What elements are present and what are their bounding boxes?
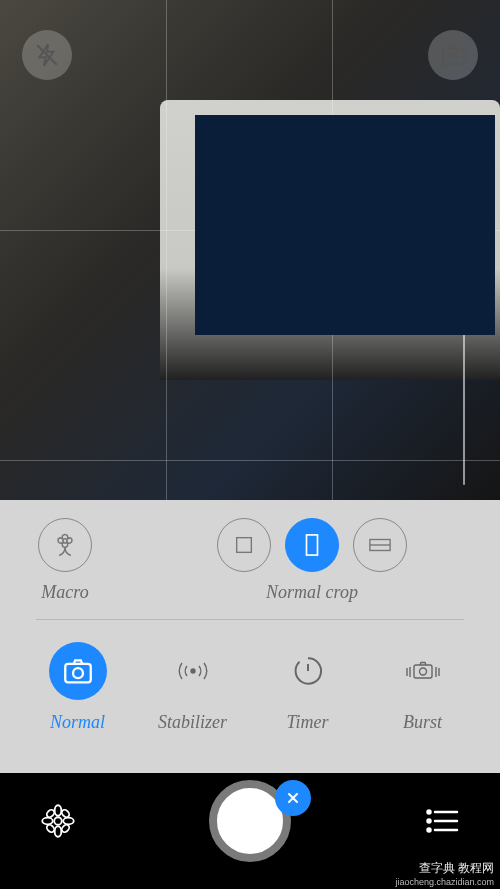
- svg-rect-7: [65, 664, 91, 682]
- macro-label: Macro: [41, 582, 88, 603]
- timer-icon: [291, 654, 325, 688]
- svg-point-26: [428, 820, 431, 823]
- camera-switch-button[interactable]: [428, 30, 478, 80]
- crop-landscape[interactable]: [353, 518, 407, 572]
- menu-list-icon: [425, 807, 459, 835]
- grid-line: [0, 460, 500, 461]
- grid-line: [0, 230, 500, 231]
- watermark-sub: jiaocheng.chazidian.com: [395, 877, 494, 887]
- close-icon: [285, 790, 301, 806]
- svg-rect-1: [443, 49, 464, 64]
- svg-point-14: [55, 805, 62, 816]
- zoom-slider[interactable]: [463, 225, 465, 485]
- camera-icon: [61, 654, 95, 688]
- mode-stabilizer-label: Stabilizer: [158, 712, 227, 733]
- svg-point-19: [60, 808, 70, 818]
- svg-rect-4: [307, 535, 318, 555]
- mode-stabilizer[interactable]: [164, 642, 222, 700]
- svg-point-8: [73, 668, 83, 678]
- svg-point-9: [191, 669, 195, 673]
- flower-outline-icon: [40, 803, 76, 839]
- menu-button[interactable]: [420, 799, 464, 843]
- svg-rect-3: [237, 538, 252, 553]
- flash-off-icon: [34, 42, 60, 68]
- mode-normal-label: Normal: [50, 712, 105, 733]
- watermark-main: 查字典 教程网: [395, 860, 494, 877]
- svg-point-24: [428, 811, 431, 814]
- close-panel-button[interactable]: [275, 780, 311, 816]
- svg-point-21: [60, 823, 70, 833]
- camera-switch-icon: [439, 41, 467, 69]
- bottom-bar: [0, 773, 500, 869]
- svg-point-17: [63, 818, 74, 825]
- portrait-icon: [301, 532, 323, 558]
- svg-point-20: [45, 823, 55, 833]
- grid-line: [332, 0, 333, 500]
- crop-label: Normal crop: [266, 582, 358, 603]
- grid-line: [166, 0, 167, 500]
- radio-waves-icon: [173, 654, 213, 688]
- svg-point-12: [419, 668, 426, 675]
- flower-icon: [51, 531, 79, 559]
- macro-toggle[interactable]: [38, 518, 92, 572]
- svg-point-13: [54, 817, 62, 825]
- landscape-icon: [367, 534, 393, 556]
- svg-point-28: [428, 829, 431, 832]
- svg-point-16: [42, 818, 53, 825]
- watermark: 查字典 教程网 jiaocheng.chazidian.com: [389, 858, 500, 889]
- svg-rect-11: [414, 665, 432, 678]
- mode-burst[interactable]: [394, 642, 452, 700]
- mode-timer-label: Timer: [286, 712, 328, 733]
- zoom-level-label: 1×: [449, 197, 473, 220]
- gallery-button[interactable]: [36, 799, 80, 843]
- options-panel: Macro Normal crop: [0, 500, 500, 778]
- svg-point-15: [55, 826, 62, 837]
- svg-point-2: [63, 539, 67, 543]
- mode-burst-label: Burst: [403, 712, 442, 733]
- crop-square[interactable]: [217, 518, 271, 572]
- camera-viewfinder[interactable]: 1×: [0, 0, 500, 500]
- svg-point-18: [45, 808, 55, 818]
- flash-button[interactable]: [22, 30, 72, 80]
- mode-timer[interactable]: [279, 642, 337, 700]
- square-icon: [233, 534, 255, 556]
- crop-portrait[interactable]: [285, 518, 339, 572]
- burst-icon: [402, 654, 444, 688]
- mode-normal[interactable]: [49, 642, 107, 700]
